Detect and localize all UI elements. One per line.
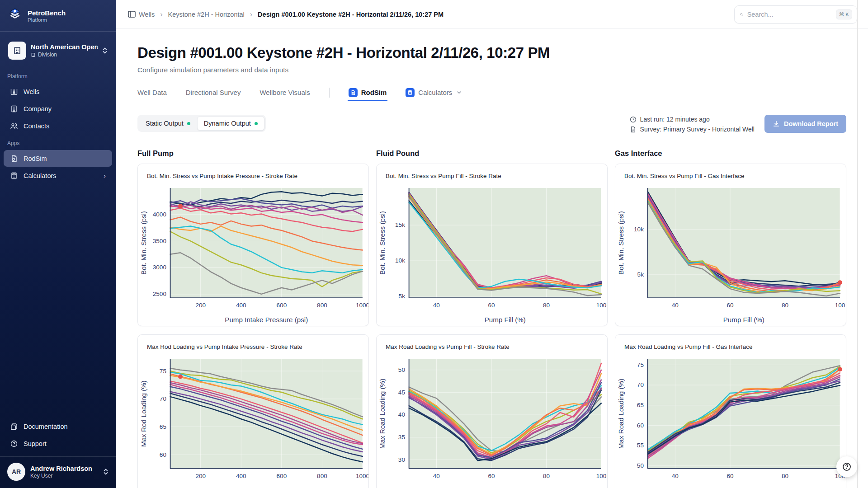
search-box: ⌘ K <box>734 5 857 23</box>
svg-text:50: 50 <box>637 462 644 469</box>
avatar: AR <box>7 463 25 481</box>
sidebar-item-wells[interactable]: Wells <box>4 83 112 100</box>
status-dot <box>187 122 190 125</box>
svg-text:3500: 3500 <box>153 238 166 244</box>
download-report-button[interactable]: Download Report <box>764 115 846 133</box>
chart-title: Bot. Min. Stress vs Pump Intake Pressure… <box>138 164 368 179</box>
sidebar-item-support[interactable]: Support <box>4 435 112 452</box>
tab-directional-survey[interactable]: Directional Survey <box>186 84 241 101</box>
svg-text:60: 60 <box>488 302 495 309</box>
svg-text:200: 200 <box>195 302 206 309</box>
svg-text:10k: 10k <box>634 226 644 233</box>
svg-text:70: 70 <box>637 381 644 388</box>
tab-bar: Well Data Directional Survey Wellbore Vi… <box>137 84 846 101</box>
svg-text:40: 40 <box>398 411 405 418</box>
sidebar-item-contacts[interactable]: Contacts <box>4 117 112 134</box>
tab-divider <box>329 88 330 98</box>
svg-text:60: 60 <box>488 473 495 479</box>
breadcrumb-current: Design #001.00 Keystone #2H - Horizontal… <box>258 11 443 18</box>
chart-title: Max Road Loading vs Pump Fill - Gas Inte… <box>615 335 846 350</box>
svg-text:400: 400 <box>236 473 246 479</box>
svg-text:600: 600 <box>277 473 287 479</box>
run-info: Last run: 12 minutes ago Survey: Primary… <box>630 115 755 133</box>
chart-grid: Full Pump Bot. Min. Stress vs Pump Intak… <box>137 149 846 488</box>
tab-rodsim[interactable]: RodSim <box>349 84 387 101</box>
division-icon <box>31 52 36 57</box>
brand-subtitle: Platform <box>28 17 66 23</box>
static-output-button[interactable]: Static Output <box>139 116 197 131</box>
column-fluid-pound: Fluid Pound Bot. Min. Stress vs Pump Fil… <box>376 149 608 488</box>
svg-text:4000: 4000 <box>153 211 166 218</box>
scrollbar-track[interactable] <box>857 0 858 488</box>
chart-max-rod-loading-vs-pip: 200400600800100060657075Pump Intake Pres… <box>138 353 368 488</box>
topbar: Wells › Keystone #2H - Horizontal › Desi… <box>116 0 868 29</box>
chart-bot-min-stress-vs-fill-gas: 4060801005k10kPump Fill (%)Bot. Min. Str… <box>615 182 846 326</box>
svg-text:800: 800 <box>317 473 327 479</box>
svg-text:Pump Fill (%): Pump Fill (%) <box>723 316 764 324</box>
sidebar-toggle-icon[interactable] <box>127 10 136 19</box>
org-type: Division <box>38 52 57 58</box>
svg-text:1000: 1000 <box>356 473 368 479</box>
chart-max-road-loading-vs-fill-gas: 406080100505560657075Pump Fill (%)Max Ro… <box>615 353 846 488</box>
svg-text:5k: 5k <box>399 293 406 300</box>
column-header: Gas Interface <box>615 149 846 158</box>
breadcrumb-wells[interactable]: Wells <box>139 11 155 18</box>
svg-text:100: 100 <box>835 302 845 309</box>
search-shortcut: ⌘ K <box>836 9 852 19</box>
svg-text:55: 55 <box>637 442 644 449</box>
survey-file-icon <box>630 126 637 133</box>
org-switcher[interactable]: North American Opera Division <box>5 38 110 63</box>
dynamic-output-button[interactable]: Dynamic Output <box>197 116 264 131</box>
sidebar-item-label: Calculators <box>24 172 57 179</box>
svg-text:Bot. Min. Stress (psi): Bot. Min. Stress (psi) <box>140 211 147 275</box>
output-segmented-control: Static Output Dynamic Output <box>137 115 266 132</box>
user-menu[interactable]: AR Andrew Richardson Key User <box>0 456 116 488</box>
svg-text:200: 200 <box>195 473 206 479</box>
people-icon <box>10 122 18 130</box>
search-input[interactable] <box>747 11 832 18</box>
svg-text:800: 800 <box>317 302 327 309</box>
svg-text:Pump Intake Pressure (psi): Pump Intake Pressure (psi) <box>225 316 308 324</box>
chart-bot-min-stress-vs-pip: 20040060080010002500300035004000Pump Int… <box>138 182 368 326</box>
svg-text:40: 40 <box>672 302 679 309</box>
sidebar-item-label: Support <box>24 440 47 447</box>
svg-text:40: 40 <box>433 473 440 479</box>
last-run-text: Last run: 12 minutes ago <box>640 116 710 123</box>
sidebar-item-calculators[interactable]: Calculators › <box>4 167 112 184</box>
question-circle-icon <box>10 440 18 448</box>
svg-text:1000: 1000 <box>356 302 368 309</box>
breadcrumb-well[interactable]: Keystone #2H - Horizontal <box>168 11 245 18</box>
svg-text:15k: 15k <box>395 221 405 228</box>
svg-text:60: 60 <box>160 451 166 458</box>
svg-text:80: 80 <box>543 473 550 479</box>
rodsim-app-icon <box>349 88 358 97</box>
chart-card: Bot. Min. Stress vs Pump Fill - Gas Inte… <box>615 164 846 326</box>
user-role: Key User <box>30 473 98 479</box>
calculator-icon <box>10 172 18 180</box>
svg-text:80: 80 <box>782 302 788 309</box>
help-button[interactable] <box>836 456 857 477</box>
svg-text:Bot. Min. Stress (psi): Bot. Min. Stress (psi) <box>378 211 386 275</box>
tab-wellbore-visuals[interactable]: Wellbore Visuals <box>259 84 310 101</box>
svg-text:Bot. Min. Stress (psi): Bot. Min. Stress (psi) <box>617 211 625 275</box>
sidebar-item-company[interactable]: Company <box>4 100 112 117</box>
svg-text:50: 50 <box>398 366 405 373</box>
derrick-icon <box>10 88 18 96</box>
svg-text:75: 75 <box>160 368 166 375</box>
column-header: Fluid Pound <box>376 149 608 158</box>
svg-text:80: 80 <box>782 473 788 479</box>
svg-text:45: 45 <box>398 389 405 396</box>
sidebar-item-documentation[interactable]: Documentation <box>4 418 112 435</box>
user-chevrons-icon <box>103 468 108 475</box>
svg-text:100: 100 <box>596 302 607 309</box>
column-header: Full Pump <box>137 149 369 158</box>
breadcrumb-separator-icon: › <box>250 10 252 19</box>
org-building-icon <box>8 42 26 60</box>
sidebar-item-label: Documentation <box>24 423 68 430</box>
clock-icon <box>630 116 637 123</box>
sidebar-item-rodsim[interactable]: RodSim <box>4 150 112 167</box>
svg-text:65: 65 <box>637 402 644 408</box>
tab-well-data[interactable]: Well Data <box>137 84 167 101</box>
tab-calculators[interactable]: Calculators <box>406 84 462 101</box>
svg-text:40: 40 <box>672 473 679 479</box>
